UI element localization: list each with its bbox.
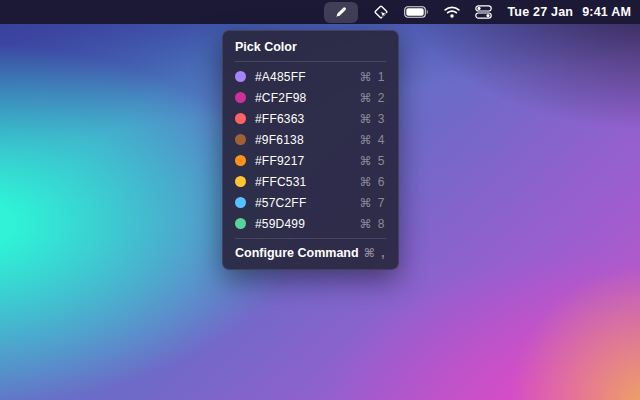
color-hex-label: #A485FF	[255, 70, 359, 84]
shortcut-label: ⌘ 3	[359, 112, 386, 126]
color-swatch	[235, 218, 246, 229]
pick-color-menu: Pick Color #A485FF ⌘ 1 #CF2F98 ⌘ 2 #FF63…	[222, 30, 399, 270]
menubar-item-color-picker[interactable]	[324, 2, 358, 23]
color-swatch	[235, 155, 246, 166]
shortcut-label: ⌘ 5	[359, 154, 386, 168]
color-hex-label: #57C2FF	[255, 196, 359, 210]
color-menu-item[interactable]: #CF2F98 ⌘ 2	[223, 87, 398, 108]
battery-icon	[404, 6, 429, 18]
menubar-item-control-center[interactable]	[475, 0, 492, 24]
diamond-cursor-icon	[373, 4, 389, 20]
color-menu-item[interactable]: #A485FF ⌘ 1	[223, 66, 398, 87]
shortcut-label: ⌘ 7	[359, 196, 386, 210]
shortcut-label: ⌘ 6	[359, 175, 386, 189]
color-swatch	[235, 176, 246, 187]
pencil-icon	[334, 5, 348, 19]
menu-bar: Tue 27 Jan 9:41 AM	[0, 0, 640, 24]
shortcut-label: ⌘ 4	[359, 133, 386, 147]
menubar-item-wifi[interactable]	[444, 0, 460, 24]
color-menu-item[interactable]: #9F6138 ⌘ 4	[223, 129, 398, 150]
menubar-item-battery[interactable]	[404, 0, 429, 24]
color-hex-label: #59D499	[255, 217, 359, 231]
color-hex-label: #FF9217	[255, 154, 359, 168]
control-center-icon	[475, 5, 492, 19]
color-swatch	[235, 134, 246, 145]
wifi-icon	[444, 6, 460, 18]
color-hex-label: #FFC531	[255, 175, 359, 189]
color-swatch	[235, 92, 246, 103]
color-menu-item[interactable]: #FFC531 ⌘ 6	[223, 171, 398, 192]
color-list: #A485FF ⌘ 1 #CF2F98 ⌘ 2 #FF6363 ⌘ 3 #9F6…	[223, 62, 398, 238]
color-swatch	[235, 197, 246, 208]
color-menu-item[interactable]: #FF6363 ⌘ 3	[223, 108, 398, 129]
menu-title: Pick Color	[223, 31, 398, 61]
color-menu-item[interactable]: #59D499 ⌘ 8	[223, 213, 398, 234]
menubar-time: 9:41 AM	[582, 5, 631, 19]
color-swatch	[235, 113, 246, 124]
menubar-date: Tue 27 Jan	[507, 5, 573, 19]
menubar-clock[interactable]: Tue 27 Jan 9:41 AM	[507, 5, 631, 19]
configure-command-item[interactable]: Configure Command ⌘ ,	[223, 239, 398, 269]
shortcut-label: ⌘ ,	[364, 246, 386, 260]
color-menu-item[interactable]: #57C2FF ⌘ 7	[223, 192, 398, 213]
shortcut-label: ⌘ 8	[359, 217, 386, 231]
color-swatch	[235, 71, 246, 82]
color-hex-label: #9F6138	[255, 133, 359, 147]
shortcut-label: ⌘ 1	[359, 70, 386, 84]
color-hex-label: #FF6363	[255, 112, 359, 126]
shortcut-label: ⌘ 2	[359, 91, 386, 105]
color-hex-label: #CF2F98	[255, 91, 359, 105]
menubar-item-diamond[interactable]	[373, 0, 389, 24]
color-menu-item[interactable]: #FF9217 ⌘ 5	[223, 150, 398, 171]
configure-command-label: Configure Command	[235, 246, 359, 260]
